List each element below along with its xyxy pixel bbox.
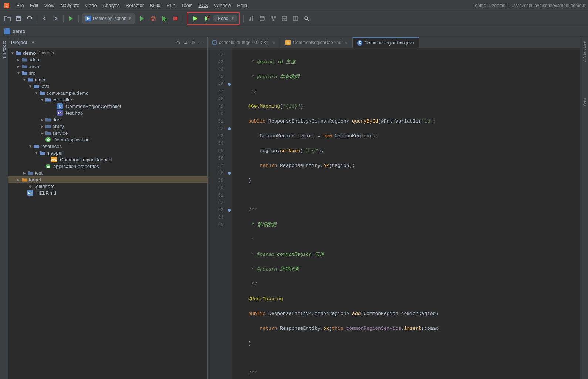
menu-navigate[interactable]: Navigate bbox=[57, 1, 82, 10]
layout-button[interactable] bbox=[279, 13, 290, 24]
tree-item-com-example-demo[interactable]: ▼ com.example.demo bbox=[8, 90, 207, 96]
svg-marker-6 bbox=[87, 17, 90, 20]
gutter-59 bbox=[226, 177, 232, 184]
code-line-59: public ResponseEntity<CommonRegion> add(… bbox=[237, 310, 575, 318]
jrebel-debug-button[interactable] bbox=[202, 13, 212, 24]
panel-settings-button[interactable]: ⚙ bbox=[190, 39, 196, 46]
svg-marker-7 bbox=[140, 16, 144, 21]
tab-crd-xml[interactable]: X CommonRegionDao.xml ✕ bbox=[281, 37, 353, 48]
tree-arrow-entity: ▶ bbox=[39, 124, 45, 128]
line-num-46: 46 bbox=[208, 81, 226, 88]
run-config-label: DemoApplication bbox=[93, 16, 126, 21]
menu-code[interactable]: Code bbox=[82, 1, 100, 10]
menu-build[interactable]: Build bbox=[147, 1, 163, 10]
gutter-62 bbox=[226, 199, 232, 207]
database-button[interactable] bbox=[257, 13, 267, 24]
tab-console-close[interactable]: ✕ bbox=[272, 40, 276, 45]
tree-item-help-md[interactable]: ▶ MD HELP.md bbox=[8, 190, 207, 196]
code-line-51 bbox=[237, 192, 575, 199]
tree-item-java[interactable]: ▼ java bbox=[8, 83, 207, 90]
menu-file[interactable]: File bbox=[13, 1, 27, 10]
tab-crd-java[interactable]: ① CommonRegionDao.java bbox=[353, 37, 419, 48]
bookmark-icon-46 bbox=[228, 83, 231, 86]
tree-item-service[interactable]: ▶ service bbox=[8, 130, 207, 136]
menu-bar: J File Edit View Navigate Code Analyze R… bbox=[0, 0, 588, 11]
menu-vcs[interactable]: VCS bbox=[195, 1, 211, 10]
jrebel-dropdown[interactable]: JRebel ▼ bbox=[213, 15, 237, 22]
code-content[interactable]: * @param id 主键 * @return 单条数据 */ @GetMap… bbox=[232, 48, 580, 379]
tree-item-app-props[interactable]: ▶ ☰ application.properties bbox=[8, 163, 207, 170]
refresh-button[interactable] bbox=[24, 13, 35, 24]
tree-label-src: src bbox=[29, 70, 35, 76]
menu-view[interactable]: View bbox=[41, 1, 57, 10]
run-config-selector[interactable]: DemoApplication ▼ bbox=[82, 13, 135, 24]
panel-hide-button[interactable]: — bbox=[198, 39, 205, 46]
menu-analyze[interactable]: Analyze bbox=[100, 1, 123, 10]
md-file-icon: MD bbox=[27, 190, 33, 196]
tree-item-gitignore[interactable]: ▶ ⊙ .gitignore bbox=[8, 183, 207, 190]
panel-dropdown-arrow[interactable]: ▼ bbox=[31, 40, 35, 45]
panel-collapse-button[interactable]: ⇄ bbox=[183, 39, 189, 46]
run-button[interactable] bbox=[137, 13, 147, 24]
tree-item-dao[interactable]: ▶ dao bbox=[8, 116, 207, 123]
menu-help[interactable]: Help bbox=[234, 1, 250, 10]
menu-edit[interactable]: Edit bbox=[27, 1, 41, 10]
tree-item-test-http[interactable]: ▶ API test.http bbox=[8, 110, 207, 116]
tree-label-test: test bbox=[35, 170, 43, 176]
menu-window[interactable]: Window bbox=[211, 1, 234, 10]
tree-item-crd-xml[interactable]: ▶ XML CommonRegionDao.xml bbox=[8, 156, 207, 163]
tree-label-resources: resources bbox=[41, 144, 62, 149]
line-num-55: 55 bbox=[208, 147, 226, 155]
tree-item-demo-root[interactable]: ▼ demo D:\demo bbox=[8, 50, 207, 56]
debug-button[interactable] bbox=[148, 13, 158, 24]
tree-arrow-test: ▶ bbox=[21, 171, 27, 175]
tree-item-mvn[interactable]: ▶ .mvn bbox=[8, 63, 207, 70]
jrebel-run-button[interactable] bbox=[190, 13, 200, 24]
menu-run[interactable]: Run bbox=[163, 1, 178, 10]
code-line-44: */ bbox=[237, 88, 575, 95]
tab-console[interactable]: console [auth@10.0.3.81] ✕ bbox=[208, 37, 281, 48]
menu-refactor[interactable]: Refactor bbox=[123, 1, 147, 10]
back-button[interactable] bbox=[40, 13, 50, 24]
tree-item-controller[interactable]: ▼ controller bbox=[8, 96, 207, 103]
tree-item-mapper[interactable]: ▼ mapper bbox=[8, 150, 207, 156]
http-file-icon: API bbox=[57, 110, 63, 116]
tree-arrow-service: ▶ bbox=[39, 131, 45, 135]
folder-icon-service bbox=[45, 130, 51, 136]
tree-label-main: main bbox=[35, 77, 45, 83]
sidebar-tab-structure[interactable]: 7: Structure bbox=[581, 38, 588, 66]
split-view-button[interactable] bbox=[290, 13, 301, 24]
tree-item-src[interactable]: ▼ src bbox=[8, 70, 207, 76]
line-num-51: 51 bbox=[208, 118, 226, 125]
tree-item-resources[interactable]: ▼ resources bbox=[8, 143, 207, 150]
run-with-coverage-button[interactable] bbox=[159, 13, 169, 24]
version-control-button[interactable] bbox=[268, 13, 278, 24]
tree-item-main[interactable]: ▼ main bbox=[8, 76, 207, 83]
annotation-45: @GetMapping bbox=[248, 104, 280, 109]
folder-icon-idea bbox=[21, 57, 27, 63]
bookmark-icon-52 bbox=[228, 127, 231, 130]
save-button[interactable] bbox=[13, 13, 24, 24]
sidebar-tab-web[interactable]: Web bbox=[581, 95, 588, 109]
code-line-61: } bbox=[237, 340, 575, 347]
folder-icon-resources bbox=[33, 143, 39, 149]
tree-item-test[interactable]: ▶ test bbox=[8, 170, 207, 176]
forward-button[interactable] bbox=[51, 13, 61, 24]
svg-point-8 bbox=[151, 16, 155, 21]
panel-locate-button[interactable]: ⊕ bbox=[175, 39, 181, 46]
build-button[interactable] bbox=[66, 13, 76, 24]
tree-item-target[interactable]: ▶ target bbox=[8, 176, 207, 183]
profiler-button[interactable] bbox=[246, 13, 256, 24]
tree-item-idea[interactable]: ▶ .idea bbox=[8, 56, 207, 63]
sidebar-tab-project[interactable]: 1: Project bbox=[1, 38, 7, 61]
tab-crd-xml-close[interactable]: ✕ bbox=[344, 40, 348, 45]
search-button[interactable] bbox=[301, 13, 312, 24]
tree-item-crc[interactable]: ▶ C CommonRegionController bbox=[8, 103, 207, 110]
open-folder-button[interactable] bbox=[2, 13, 13, 24]
tree-item-entity[interactable]: ▶ entity bbox=[8, 123, 207, 130]
tree-item-demo-application[interactable]: ▶ ✿ DemoApplication bbox=[8, 136, 207, 143]
bookmark-icon-58 bbox=[228, 172, 231, 175]
stop-button[interactable] bbox=[170, 13, 180, 24]
line-num-47: 47 bbox=[208, 88, 226, 95]
menu-tools[interactable]: Tools bbox=[178, 1, 195, 10]
